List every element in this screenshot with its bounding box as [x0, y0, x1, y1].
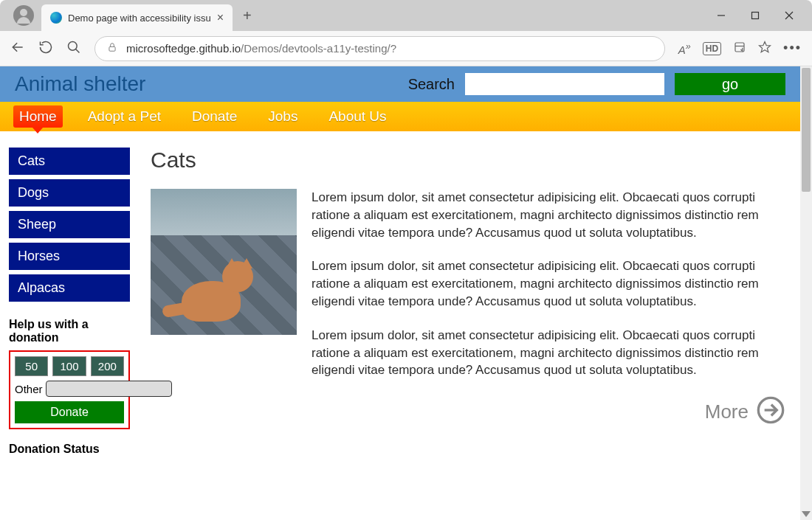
- other-label: Other: [15, 383, 43, 395]
- amount-200-button[interactable]: 200: [91, 356, 124, 376]
- browser-chrome: Demo page with accessibility issu × + mi…: [0, 0, 812, 66]
- cat-photo: [151, 189, 297, 335]
- sidebar-link-cats[interactable]: Cats: [9, 148, 130, 175]
- close-window-button[interactable]: [772, 4, 806, 27]
- paragraph-1: Lorem ipsum dolor, sit amet consectetur …: [312, 189, 785, 241]
- sidebar-link-dogs[interactable]: Dogs: [9, 179, 130, 207]
- nav-home[interactable]: Home: [13, 105, 63, 128]
- sidebar-link-horses[interactable]: Horses: [9, 243, 130, 270]
- window-controls: [704, 4, 806, 27]
- paragraph-2: Lorem ipsum dolor, sit amet consectetur …: [312, 257, 785, 310]
- site-title: Animal shelter: [15, 72, 145, 96]
- address-bar[interactable]: microsoftedge.github.io/Demos/devtools-a…: [94, 36, 665, 61]
- site-header: Animal shelter Search go: [0, 66, 800, 102]
- arrow-right-icon: [756, 395, 785, 428]
- more-link[interactable]: More: [312, 395, 785, 428]
- refresh-button[interactable]: [38, 40, 53, 58]
- svg-rect-1: [752, 13, 759, 19]
- donation-other-row: Other: [15, 381, 124, 397]
- article-heading: Cats: [151, 148, 785, 173]
- donation-heading: Help us with a donation: [9, 318, 130, 344]
- collections-icon[interactable]: [733, 41, 746, 57]
- main-nav: Home Adopt a Pet Donate Jobs About Us: [0, 102, 800, 131]
- donation-status-heading: Donation Status: [9, 443, 130, 456]
- profile-icon[interactable]: [13, 5, 34, 26]
- edge-icon: [50, 12, 62, 24]
- search-button[interactable]: [66, 40, 81, 58]
- nav-adopt[interactable]: Adopt a Pet: [82, 105, 167, 128]
- search-input[interactable]: [465, 73, 664, 95]
- svg-rect-7: [109, 46, 115, 51]
- new-tab-button[interactable]: +: [243, 7, 252, 24]
- maximize-button[interactable]: [738, 4, 772, 27]
- donation-form: 50 100 200 Other Donate: [9, 350, 130, 429]
- favorite-icon[interactable]: [758, 41, 771, 57]
- toolbar: microsoftedge.github.io/Demos/devtools-a…: [0, 31, 812, 66]
- tab-close-button[interactable]: ×: [217, 11, 224, 24]
- svg-marker-10: [760, 41, 771, 52]
- nav-donate[interactable]: Donate: [186, 105, 243, 128]
- article-body: Lorem ipsum dolor, sit amet consectetur …: [151, 189, 785, 428]
- article-paragraphs: Lorem ipsum dolor, sit amet consectetur …: [312, 189, 785, 428]
- donate-button[interactable]: Donate: [15, 401, 124, 423]
- scrollbar[interactable]: [800, 66, 812, 520]
- nav-jobs[interactable]: Jobs: [262, 105, 303, 128]
- go-button[interactable]: go: [675, 73, 785, 95]
- page-content: Animal shelter Search go Home Adopt a Pe…: [0, 66, 800, 456]
- content-area: Cats Dogs Sheep Horses Alpacas Help us w…: [0, 131, 800, 456]
- page-viewport: Animal shelter Search go Home Adopt a Pe…: [0, 66, 812, 520]
- search-label: Search: [408, 76, 455, 93]
- amount-50-button[interactable]: 50: [15, 356, 48, 376]
- sidebar-link-alpacas[interactable]: Alpacas: [9, 274, 130, 302]
- nav-about[interactable]: About Us: [323, 105, 392, 128]
- toolbar-right-icons: A» HD •••: [678, 41, 802, 57]
- svg-line-6: [76, 49, 80, 52]
- settings-more-button[interactable]: •••: [783, 41, 802, 56]
- sidebar-link-sheep[interactable]: Sheep: [9, 211, 130, 238]
- donation-amount-row: 50 100 200: [15, 356, 124, 376]
- main-article: Cats Lorem ipsum dolor, sit amet consect…: [151, 148, 800, 456]
- svg-point-5: [69, 41, 78, 50]
- read-aloud-icon[interactable]: A»: [678, 41, 691, 56]
- back-button[interactable]: [10, 40, 25, 58]
- scrollbar-thumb[interactable]: [802, 68, 811, 192]
- minimize-button[interactable]: [704, 4, 738, 27]
- hd-badge[interactable]: HD: [703, 42, 721, 55]
- more-label: More: [705, 401, 749, 423]
- url-path: /Demos/devtools-a11y-testing/?: [241, 42, 396, 55]
- title-bar: Demo page with accessibility issu × +: [0, 0, 812, 31]
- lock-icon: [107, 42, 126, 55]
- sidebar: Cats Dogs Sheep Horses Alpacas Help us w…: [9, 148, 130, 456]
- browser-tab[interactable]: Demo page with accessibility issu ×: [41, 4, 233, 31]
- url-host: microsoftedge.github.io: [126, 42, 241, 55]
- scroll-down-icon[interactable]: [802, 510, 811, 519]
- tab-title: Demo page with accessibility issu: [68, 13, 211, 24]
- search-area: Search go: [408, 73, 785, 95]
- amount-100-button[interactable]: 100: [52, 356, 86, 376]
- paragraph-3: Lorem ipsum dolor, sit amet consectetur …: [312, 327, 785, 379]
